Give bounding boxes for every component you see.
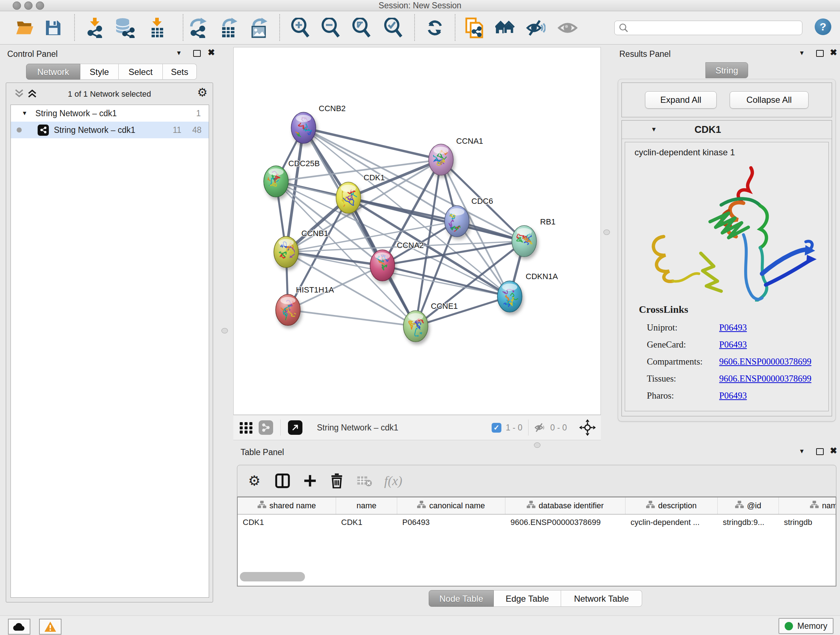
window-minimize-button[interactable] — [24, 2, 33, 10]
table-cell[interactable]: P06493 — [397, 518, 505, 527]
network-edge[interactable] — [348, 198, 524, 241]
protein-header[interactable]: ▼ CDK1 — [622, 120, 832, 139]
add-column-icon[interactable] — [303, 474, 317, 488]
panel-close-icon[interactable]: ✖ — [208, 49, 215, 57]
network-edge[interactable] — [303, 128, 441, 160]
table-cell[interactable]: stringdb:9... — [718, 518, 779, 527]
tab-style[interactable]: Style — [80, 64, 118, 80]
panel-collapse-icon[interactable]: ▼ — [799, 448, 805, 455]
open-session-button[interactable] — [14, 17, 35, 39]
network-node-ccna2[interactable] — [370, 250, 395, 281]
column-header-shared-name[interactable]: shared name — [238, 497, 336, 514]
crosslink-link[interactable]: P06493 — [719, 391, 747, 401]
network-node-hist1h1a[interactable] — [276, 295, 300, 325]
open-in-window-button[interactable] — [288, 420, 302, 435]
tab-node-table[interactable]: Node Table — [429, 590, 494, 607]
show-columns-icon[interactable] — [275, 473, 290, 488]
column-header-namespace[interactable]: namespace — [779, 497, 836, 514]
network-canvas[interactable]: CCNB2CCNA1CDC25BCDK1CDC6RB1CCNB1CCNA2CDK… — [233, 47, 601, 415]
table-cell[interactable]: 9606.ENSP00000378699 — [505, 518, 625, 527]
table-cell[interactable]: stringdb — [779, 518, 836, 527]
tree-expand-icon[interactable]: ▼ — [11, 110, 27, 117]
export-image-button[interactable] — [248, 17, 269, 39]
panel-float-icon[interactable] — [193, 50, 201, 58]
column-header-name[interactable]: name — [336, 497, 397, 514]
crosslink-link[interactable]: 9606.ENSP00000378699 — [719, 374, 812, 384]
apply-layout-button[interactable] — [424, 17, 445, 39]
network-node-cdc6[interactable] — [443, 206, 469, 237]
import-table-button[interactable] — [147, 17, 167, 39]
column-header-canonical-name[interactable]: canonical name — [397, 497, 505, 514]
section-collapse-icon[interactable]: ▼ — [622, 126, 657, 133]
network-options-gear-icon[interactable]: ⚙ — [197, 87, 208, 98]
table-options-gear-icon[interactable]: ⚙ — [248, 475, 261, 486]
tab-string[interactable]: String — [706, 62, 748, 78]
network-edge[interactable] — [416, 296, 510, 326]
crosslink-link[interactable]: P06493 — [719, 323, 747, 333]
network-node-ccne1[interactable] — [403, 310, 428, 342]
panel-collapse-icon[interactable]: ▼ — [176, 49, 182, 57]
network-node-ccnb2[interactable] — [290, 112, 316, 143]
search-box[interactable] — [614, 21, 802, 35]
tab-network-table[interactable]: Network Table — [561, 590, 642, 607]
grid-view-icon[interactable] — [239, 420, 254, 435]
string-home-button[interactable] — [495, 17, 516, 39]
delete-column-trash-icon[interactable] — [330, 473, 344, 488]
table-cell[interactable]: CDK1 — [336, 518, 397, 527]
warnings-button[interactable] — [39, 619, 62, 635]
import-network-from-database-button[interactable] — [114, 17, 135, 39]
zoom-out-button[interactable] — [320, 17, 341, 39]
network-node-cdkn1a[interactable] — [497, 281, 522, 312]
network-row[interactable]: String Network – cdk1 11 48 — [11, 122, 209, 138]
network-graph[interactable]: CCNB2CCNA1CDC25BCDK1CDC6RB1CCNB1CCNA2CDK… — [234, 48, 601, 415]
right-splitter-handle[interactable] — [603, 230, 610, 235]
network-name: String Network – cdk1 — [49, 125, 173, 135]
tab-sets[interactable]: Sets — [163, 64, 197, 80]
panel-close-icon[interactable]: ✖ — [830, 447, 837, 455]
network-node-rb1[interactable] — [512, 226, 538, 257]
panel-float-icon[interactable] — [816, 448, 824, 456]
zoom-fit-button[interactable] — [351, 17, 372, 39]
export-network-button[interactable] — [187, 17, 208, 39]
network-node-ccnb1[interactable] — [274, 236, 298, 268]
crosslink-link[interactable]: P06493 — [719, 340, 747, 350]
window-close-button[interactable] — [13, 2, 21, 10]
table-cell[interactable]: cyclin-dependent ... — [625, 518, 718, 527]
expand-all-button[interactable]: Expand All — [645, 91, 717, 109]
zoom-selected-button[interactable] — [383, 17, 404, 39]
memory-button[interactable]: Memory — [778, 618, 834, 634]
pan-crosshair-icon[interactable] — [579, 419, 596, 436]
zoom-in-button[interactable] — [290, 17, 311, 39]
panel-collapse-icon[interactable]: ▼ — [799, 49, 805, 57]
column-header-database-identifier[interactable]: database identifier — [505, 497, 625, 514]
import-network-button[interactable] — [84, 17, 105, 39]
clone-network-button[interactable] — [464, 17, 485, 39]
export-table-button[interactable] — [218, 17, 239, 39]
save-session-button[interactable] — [43, 17, 64, 39]
tab-edge-table[interactable]: Edge Table — [494, 590, 561, 607]
help-button[interactable]: ? — [815, 19, 831, 35]
horizontal-scrollbar[interactable] — [240, 572, 305, 581]
window-zoom-button[interactable] — [36, 2, 44, 10]
hide-glass-button[interactable] — [525, 17, 546, 39]
network-share-icon[interactable] — [259, 420, 273, 435]
tab-select[interactable]: Select — [118, 64, 163, 80]
show-glass-button[interactable] — [557, 17, 578, 39]
network-collection-row[interactable]: ▼ String Network – cdk1 1 — [11, 105, 209, 122]
table-row[interactable]: CDK1CDK1P064939606.ENSP00000378699cyclin… — [238, 515, 836, 530]
left-splitter-handle[interactable] — [221, 328, 228, 333]
network-node-ccna1[interactable] — [424, 144, 453, 175]
panel-float-icon[interactable] — [816, 50, 824, 58]
collapse-all-button[interactable]: Collapse All — [729, 91, 808, 109]
network-node-cdc25b[interactable] — [264, 164, 288, 197]
tab-network[interactable]: Network — [26, 64, 80, 80]
network-edge[interactable] — [288, 310, 416, 326]
cloud-button[interactable] — [8, 619, 30, 635]
column-header--id[interactable]: @id — [718, 497, 779, 514]
panel-close-icon[interactable]: ✖ — [830, 49, 837, 57]
search-input[interactable] — [628, 21, 802, 35]
table-cell[interactable]: CDK1 — [238, 518, 336, 527]
crosslink-link[interactable]: 9606.ENSP00000378699 — [719, 356, 812, 367]
column-header-description[interactable]: description — [625, 497, 718, 514]
selected-checkbox-icon[interactable]: ✓ — [492, 423, 501, 432]
